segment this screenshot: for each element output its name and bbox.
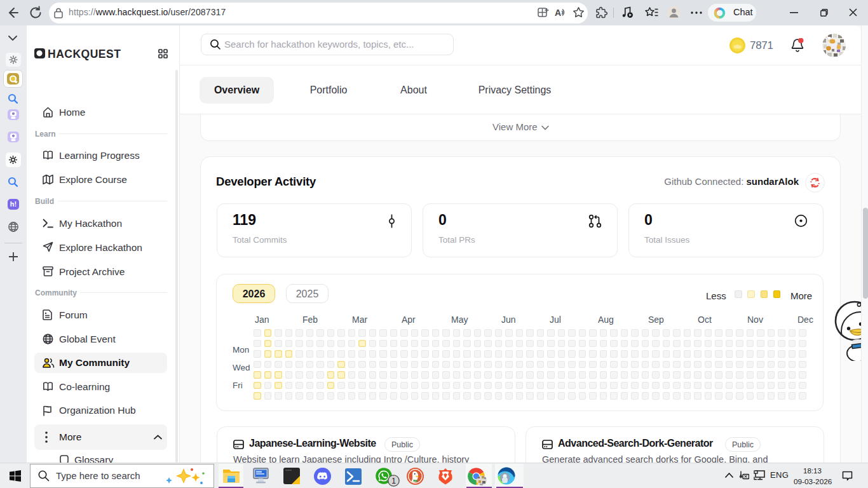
svg-text:1: 1 (391, 477, 396, 485)
svg-text:A: A (555, 8, 561, 18)
